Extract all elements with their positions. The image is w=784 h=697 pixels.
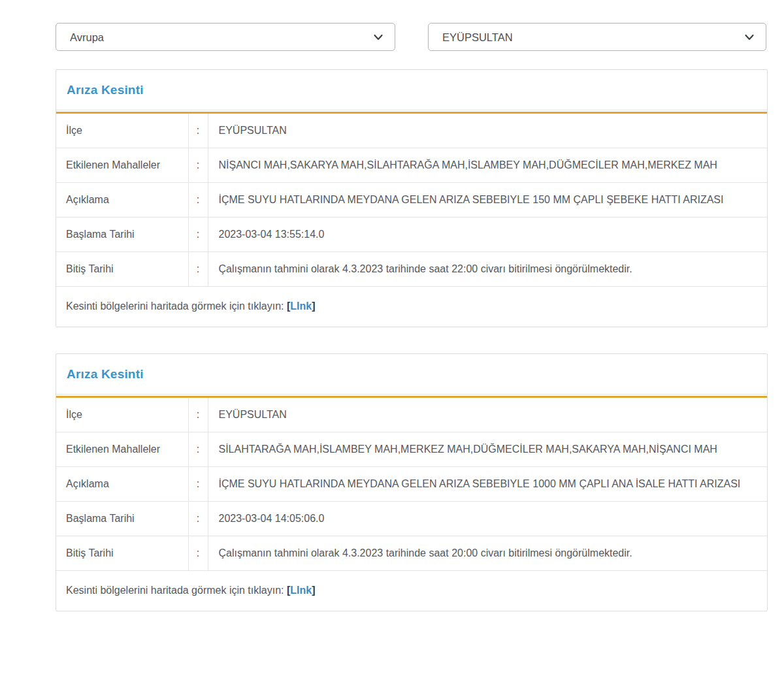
row-label: Etkilenen Mahalleler	[56, 148, 188, 183]
row-value: Çalışmanın tahmini olarak 4.3.2023 tarih…	[208, 536, 767, 571]
card-footer: Kesinti bölgelerini haritada görmek için…	[56, 571, 767, 611]
row-value: EYÜPSULTAN	[208, 113, 767, 148]
outage-table: İlçe : EYÜPSULTAN Etkilenen Mahalleler :…	[56, 112, 767, 287]
outage-card: Arıza Kesinti İlçe : EYÜPSULTAN Etkilene…	[56, 353, 768, 611]
table-row: Etkilenen Mahalleler : SİLAHTARAĞA MAH,İ…	[56, 432, 767, 467]
row-label: Etkilenen Mahalleler	[56, 432, 188, 467]
outage-card: Arıza Kesinti İlçe : EYÜPSULTAN Etkilene…	[56, 69, 768, 327]
table-row: İlçe : EYÜPSULTAN	[56, 397, 767, 432]
card-title: Arıza Kesinti	[67, 367, 144, 381]
map-link-bracket-close: ]	[312, 300, 315, 312]
row-label: İlçe	[56, 397, 188, 432]
table-row: Başlama Tarihi : 2023-03-04 13:55:14.0	[56, 218, 767, 252]
outage-table: İlçe : EYÜPSULTAN Etkilenen Mahalleler :…	[56, 396, 767, 571]
row-colon: :	[188, 432, 208, 467]
table-row: Bitiş Tarihi : Çalışmanın tahmini olarak…	[56, 252, 767, 287]
region-select-wrap: Avrupa	[56, 23, 395, 51]
row-colon: :	[188, 252, 208, 287]
map-link-caption: Kesinti bölgelerini haritada görmek için…	[66, 585, 287, 596]
row-value: İÇME SUYU HATLARINDA MEYDANA GELEN ARIZA…	[208, 467, 767, 502]
map-link-label: LInk	[290, 585, 312, 596]
map-link-caption: Kesinti bölgelerini haritada görmek için…	[66, 300, 287, 312]
row-value: 2023-03-04 13:55:14.0	[208, 218, 767, 252]
map-link[interactable]: [LInk]	[287, 300, 316, 312]
row-value: EYÜPSULTAN	[208, 397, 767, 432]
row-colon: :	[188, 536, 208, 571]
card-title: Arıza Kesinti	[67, 83, 144, 97]
row-value: Çalışmanın tahmini olarak 4.3.2023 tarih…	[208, 252, 767, 287]
card-heading: Arıza Kesinti	[56, 354, 767, 395]
map-link-bracket-close: ]	[312, 585, 315, 596]
row-colon: :	[188, 397, 208, 432]
row-value: 2023-03-04 14:05:06.0	[208, 502, 767, 536]
row-colon: :	[188, 148, 208, 183]
map-link-label: LInk	[290, 300, 312, 312]
row-colon: :	[188, 183, 208, 218]
row-value: NİŞANCI MAH,SAKARYA MAH,SİLAHTARAĞA MAH,…	[208, 148, 767, 183]
row-label: Açıklama	[56, 183, 188, 218]
row-label: Başlama Tarihi	[56, 502, 188, 536]
row-colon: :	[188, 218, 208, 252]
card-heading: Arıza Kesinti	[56, 70, 767, 110]
table-row: Açıklama : İÇME SUYU HATLARINDA MEYDANA …	[56, 183, 767, 218]
table-row: Açıklama : İÇME SUYU HATLARINDA MEYDANA …	[56, 467, 767, 502]
row-colon: :	[188, 502, 208, 536]
card-footer: Kesinti bölgelerini haritada görmek için…	[56, 287, 767, 327]
filter-bar: Avrupa EYÜPSULTAN	[56, 23, 768, 51]
outage-page: Avrupa EYÜPSULTAN Arıza Kesinti İlçe :	[56, 0, 768, 657]
region-select[interactable]: Avrupa	[56, 23, 395, 51]
district-select[interactable]: EYÜPSULTAN	[428, 23, 766, 51]
row-value: İÇME SUYU HATLARINDA MEYDANA GELEN ARIZA…	[208, 183, 767, 218]
row-label: İlçe	[56, 113, 188, 148]
map-link[interactable]: [LInk]	[287, 585, 316, 596]
row-label: Açıklama	[56, 467, 188, 502]
table-row: Etkilenen Mahalleler : NİŞANCI MAH,SAKAR…	[56, 148, 767, 183]
row-value: SİLAHTARAĞA MAH,İSLAMBEY MAH,MERKEZ MAH,…	[208, 432, 767, 467]
table-row: Başlama Tarihi : 2023-03-04 14:05:06.0	[56, 502, 767, 536]
row-label: Başlama Tarihi	[56, 218, 188, 252]
row-label: Bitiş Tarihi	[56, 536, 188, 571]
row-colon: :	[188, 113, 208, 148]
row-label: Bitiş Tarihi	[56, 252, 188, 287]
district-select-wrap: EYÜPSULTAN	[428, 23, 766, 51]
table-row: İlçe : EYÜPSULTAN	[56, 113, 767, 148]
row-colon: :	[188, 467, 208, 502]
table-row: Bitiş Tarihi : Çalışmanın tahmini olarak…	[56, 536, 767, 571]
